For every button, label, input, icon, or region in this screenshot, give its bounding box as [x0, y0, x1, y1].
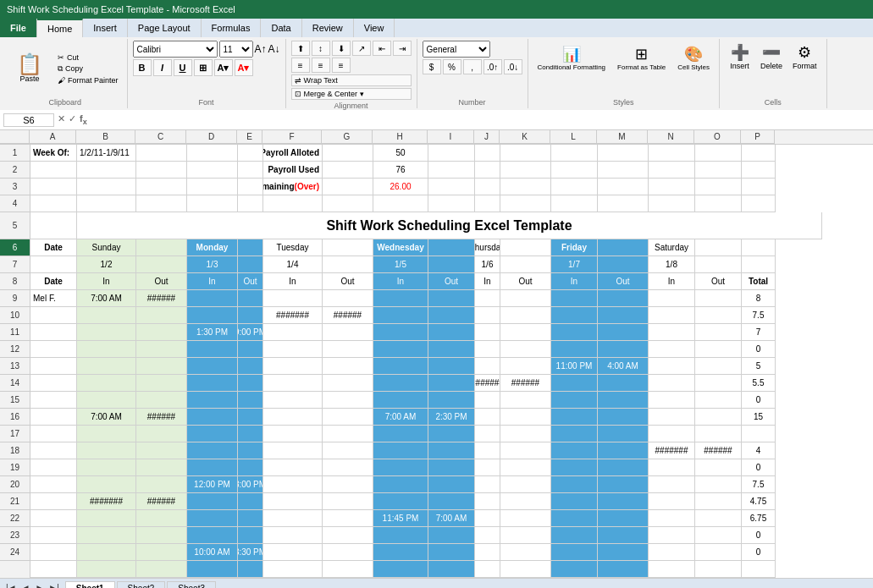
cell-17B[interactable]	[77, 442, 136, 459]
cell-9P[interactable]: 7.5	[742, 307, 776, 324]
cell-2I[interactable]	[428, 162, 475, 179]
cell-1L[interactable]	[551, 145, 598, 162]
cell-9H[interactable]	[373, 307, 428, 324]
border-button[interactable]: ⊞	[194, 59, 213, 76]
cell-22E[interactable]	[238, 527, 263, 544]
cell-23N[interactable]	[649, 544, 695, 561]
cell-7N[interactable]: In	[649, 273, 695, 290]
cell-16H[interactable]	[373, 426, 428, 442]
cell-17H[interactable]	[373, 442, 428, 459]
cell-12N[interactable]	[649, 358, 695, 375]
cell-4L[interactable]	[551, 195, 598, 212]
cell-9I[interactable]	[428, 307, 475, 324]
col-header-I[interactable]: I	[428, 130, 474, 144]
cell-17D[interactable]	[187, 442, 238, 459]
cell-3M[interactable]	[598, 179, 649, 195]
cell-15M[interactable]	[598, 409, 649, 426]
cell-18N[interactable]	[649, 459, 695, 476]
cell-15F[interactable]	[263, 409, 323, 426]
cell-16D[interactable]	[187, 426, 238, 442]
cell-22I[interactable]	[428, 527, 475, 544]
sheet-first-arrow[interactable]: |◄	[3, 583, 19, 588]
cell-19B[interactable]	[77, 476, 136, 493]
cell-4A[interactable]	[30, 195, 77, 212]
cell-21N[interactable]	[649, 510, 695, 527]
cell-23P[interactable]: 0	[742, 544, 776, 561]
cell-7G[interactable]: Out	[323, 273, 373, 290]
cell-2H[interactable]: 76	[373, 162, 428, 179]
cell-6K[interactable]	[500, 239, 551, 256]
underline-button[interactable]: U	[174, 59, 192, 76]
tab-file[interactable]: File	[0, 19, 37, 37]
row-header-3[interactable]: 3	[0, 179, 30, 195]
cell-15J[interactable]	[475, 409, 500, 426]
cell-17N[interactable]: #######	[649, 442, 695, 459]
cell-13E[interactable]	[238, 375, 263, 392]
cell-10B[interactable]	[77, 324, 136, 341]
cell-9L[interactable]	[551, 307, 598, 324]
delete-cells-button[interactable]: ➖ Delete	[756, 41, 787, 73]
cell-18D[interactable]	[187, 459, 238, 476]
cell-16O[interactable]	[695, 426, 742, 442]
cell-4D[interactable]	[187, 195, 238, 212]
cell-11G[interactable]	[323, 341, 373, 358]
percent-button[interactable]: %	[443, 59, 461, 74]
cell-11A[interactable]	[30, 341, 77, 358]
cell-6dJ[interactable]: 1/6	[475, 256, 500, 273]
cell-12H[interactable]	[373, 358, 428, 375]
cell-9E[interactable]	[238, 307, 263, 324]
cell-16A[interactable]	[30, 426, 77, 442]
cell-1J[interactable]	[475, 145, 500, 162]
cell-1A[interactable]: Week Of:	[30, 145, 77, 162]
cell-6O[interactable]	[695, 239, 742, 256]
cell-3B[interactable]	[77, 179, 136, 195]
cell-22C[interactable]	[136, 527, 187, 544]
cell-8C[interactable]: ######	[136, 290, 187, 307]
cell-10E[interactable]: 9:00 PM	[238, 324, 263, 341]
cell-6P[interactable]	[742, 239, 776, 256]
cell-22D[interactable]	[187, 527, 238, 544]
cell-4O[interactable]	[695, 195, 742, 212]
cell-2O[interactable]	[695, 162, 742, 179]
cell-4F[interactable]	[263, 195, 323, 212]
cell-18H[interactable]	[373, 459, 428, 476]
cell-20I[interactable]	[428, 493, 475, 510]
cell-6M[interactable]	[598, 239, 649, 256]
cell-6C[interactable]	[136, 239, 187, 256]
cell-7D[interactable]: In	[187, 273, 238, 290]
cell-1N[interactable]	[649, 145, 695, 162]
comma-button[interactable]: ,	[463, 59, 482, 74]
cell-9N[interactable]	[649, 307, 695, 324]
cell-21J[interactable]	[475, 510, 500, 527]
cell-6dB[interactable]: 1/2	[77, 256, 136, 273]
cell-20C[interactable]: ######	[136, 493, 187, 510]
cell-9O[interactable]	[695, 307, 742, 324]
cell-17P[interactable]: 4	[742, 442, 776, 459]
cell-7F[interactable]: In	[263, 273, 323, 290]
cell-14I[interactable]	[428, 392, 475, 409]
cell-9C[interactable]	[136, 307, 187, 324]
cell-6dH[interactable]: 1/5	[373, 256, 428, 273]
cell-15K[interactable]	[500, 409, 551, 426]
cell-23C[interactable]	[136, 544, 187, 561]
cell-21D[interactable]	[187, 510, 238, 527]
cell-8H[interactable]	[373, 290, 428, 307]
currency-button[interactable]: $	[423, 59, 441, 74]
decrease-decimal-button[interactable]: .0↓	[504, 59, 522, 74]
align-top-button[interactable]: ⬆	[291, 41, 310, 56]
row-header-15[interactable]: 15	[0, 392, 30, 409]
cell-20D[interactable]	[187, 493, 238, 510]
cell-7C[interactable]: Out	[136, 273, 187, 290]
cell-17K[interactable]	[500, 442, 551, 459]
cell-11F[interactable]	[263, 341, 323, 358]
cell-18B[interactable]	[77, 459, 136, 476]
row-header-1[interactable]: 1	[0, 145, 30, 162]
row-header-2[interactable]: 2	[0, 162, 30, 179]
row-header-14[interactable]: 14	[0, 375, 30, 392]
cell-12I[interactable]	[428, 358, 475, 375]
cell-11C[interactable]	[136, 341, 187, 358]
cell-18J[interactable]	[475, 459, 500, 476]
col-header-A[interactable]: A	[30, 130, 76, 144]
cell-4J[interactable]	[475, 195, 500, 212]
cell-14N[interactable]	[649, 392, 695, 409]
